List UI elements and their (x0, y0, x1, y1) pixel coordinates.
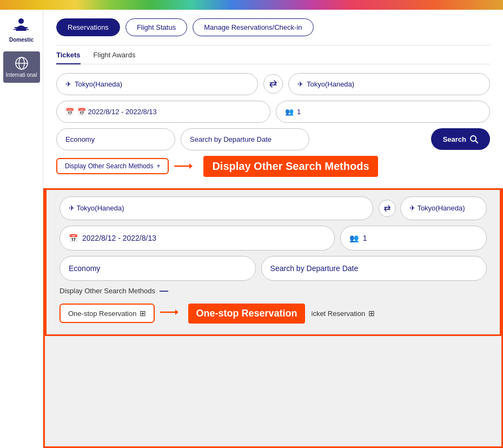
nav-reservations[interactable]: Reservations (56, 18, 120, 36)
pax-text: 1 (297, 108, 301, 116)
bottom-search-date-text: Search by Departure Date (270, 264, 359, 273)
pax-icon: 👥 (285, 108, 294, 116)
bottom-date-field[interactable]: 📅 2022/8/12 - 2022/8/13 (59, 226, 335, 251)
svg-line-5 (475, 141, 478, 143)
calendar-icon: 📅 (65, 108, 74, 116)
one-stop-annotation-box: One-stop Reservation (188, 304, 305, 324)
partial-dest: ✈ Tokyo(Haneda) (400, 196, 487, 220)
display-other-bottom-row: Display Other Search Methods — (59, 286, 487, 296)
bottom-date-text: 2022/8/12 - 2022/8/13 (82, 234, 156, 242)
tabs: Tickets Flight Awards (56, 51, 490, 64)
search-button[interactable]: Search (431, 128, 490, 150)
ticket-reservation-button[interactable]: icket Reservation ⊞ (312, 305, 375, 322)
tab-tickets[interactable]: Tickets (56, 51, 81, 64)
one-stop-text: One-stop Reservation (68, 309, 136, 318)
display-other-top-row: Display Other Search Methods + Display O… (56, 156, 490, 177)
search-by-date-field[interactable]: Search by Departure Date (181, 128, 309, 150)
international-icon (14, 56, 29, 71)
origin-field[interactable]: ✈ Tokyo(Haneda) (56, 73, 258, 95)
domestic-logo-icon (11, 15, 31, 36)
swap-button[interactable] (263, 74, 283, 94)
destination-text: Tokyo(Haneda) (307, 80, 354, 88)
top-panel: Reservations Flight Status Manage Reserv… (43, 10, 503, 188)
date-field[interactable]: 📅 📅 2022/8/12 - 2022/8/13 (56, 101, 270, 123)
top-banner (0, 0, 503, 10)
display-other-annotation-box: Display Other Search Methods (203, 156, 378, 177)
bottom-cabin-field[interactable]: Economy (59, 256, 256, 281)
bottom-pax-field[interactable]: 👥 1 (340, 226, 487, 251)
display-other-top-icon: + (156, 162, 160, 170)
svg-marker-7 (189, 163, 193, 169)
ticket-reservation-text: icket Reservation (312, 309, 366, 318)
tab-flight-awards[interactable]: Flight Awards (94, 51, 136, 64)
bottom-search-date-field[interactable]: Search by Departure Date (261, 256, 487, 281)
sidebar-domestic[interactable]: Domestic (9, 15, 34, 43)
svg-marker-9 (175, 309, 178, 315)
nav-bar: Reservations Flight Status Manage Reserv… (56, 18, 490, 36)
nav-flight-status[interactable]: Flight Status (125, 18, 187, 36)
cabin-text: Economy (65, 135, 95, 143)
svg-point-0 (18, 18, 24, 24)
plane-icon-origin: ✈ (65, 80, 71, 88)
nav-manage[interactable]: Manage Reservations/Check-in (193, 18, 313, 36)
bottom-calendar-icon: 📅 (69, 234, 78, 242)
search-label: Search (443, 135, 466, 143)
one-stop-icon: ⊞ (140, 309, 146, 318)
origin-destination-row: ✈ Tokyo(Haneda) ✈ Tokyo(Haneda) (56, 73, 490, 95)
bottom-cabin-text: Economy (69, 264, 100, 273)
bottom-panel-wrapper: ✈ Tokyo(Haneda) ✈ Tokyo(Haneda) (43, 188, 503, 449)
annotation-arrow-top (173, 161, 193, 172)
sidebar-international[interactable]: Internati onal (3, 51, 40, 83)
annotation-arrow-bottom (159, 307, 178, 320)
swap-btn-bottom-partial[interactable] (379, 200, 396, 217)
content-area: Reservations Flight Status Manage Reserv… (43, 10, 503, 448)
date-text: 📅 2022/8/12 - 2022/8/13 (77, 108, 157, 116)
scrolled-partial-row: ✈ Tokyo(Haneda) ✈ Tokyo(Haneda) (59, 190, 487, 220)
origin-text: Tokyo(Haneda) (75, 80, 122, 88)
bottom-pax-text: 1 (363, 234, 367, 242)
ticket-reservation-icon: ⊞ (368, 309, 375, 318)
display-other-top-label: Display Other Search Methods (65, 162, 153, 170)
date-pax-row: 📅 📅 2022/8/12 - 2022/8/13 👥 1 (56, 101, 490, 123)
display-other-top-button[interactable]: Display Other Search Methods + (56, 158, 169, 174)
sidebar: Domestic Internati onal (0, 10, 43, 448)
international-label: Internati onal (6, 72, 37, 78)
passengers-field[interactable]: 👥 1 (276, 101, 490, 123)
bottom-cabin-row: Economy Search by Departure Date (59, 256, 487, 281)
one-stop-annotation-row: One-stop Reservation ⊞ One-stop Reservat… (59, 304, 305, 324)
destination-field[interactable]: ✈ Tokyo(Haneda) (288, 73, 490, 95)
search-date-text: Search by Departure Date (190, 135, 272, 143)
partial-origin: ✈ Tokyo(Haneda) (59, 196, 373, 220)
display-other-bottom-label: Display Other Search Methods (59, 287, 155, 295)
display-other-bottom-icon: — (160, 286, 168, 296)
plane-icon-dest: ✈ (297, 80, 303, 88)
bottom-pax-icon: 👥 (349, 234, 359, 242)
bottom-date-pax-row: 📅 2022/8/12 - 2022/8/13 👥 1 (59, 226, 487, 251)
domestic-label: Domestic (9, 37, 34, 43)
options-row: One-stop Reservation ⊞ One-stop Reservat… (59, 304, 487, 324)
one-stop-reservation-button[interactable]: One-stop Reservation ⊞ (59, 304, 155, 323)
cabin-class-field[interactable]: Economy (56, 128, 175, 150)
bottom-panel: ✈ Tokyo(Haneda) ✈ Tokyo(Haneda) (45, 190, 501, 336)
cabin-search-row: Economy Search by Departure Date Search (56, 128, 490, 150)
